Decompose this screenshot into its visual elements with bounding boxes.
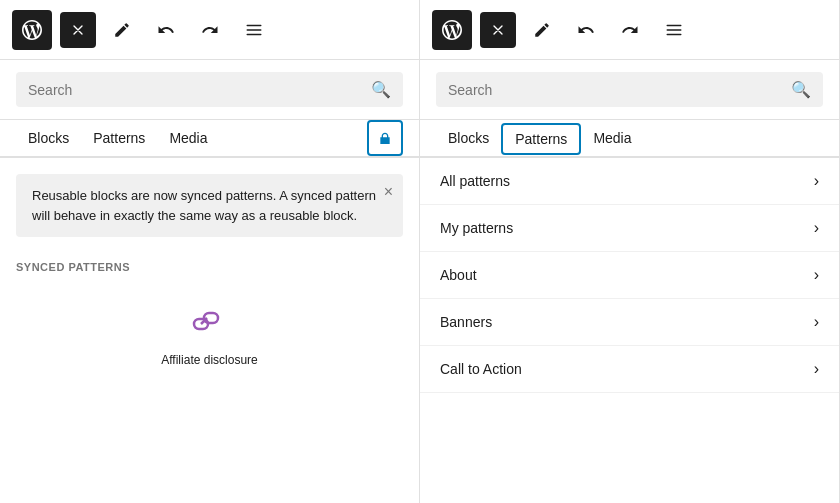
edit-icon-left[interactable] xyxy=(104,12,140,48)
tab-media-left[interactable]: Media xyxy=(157,120,219,158)
reusable-blocks-tab-left[interactable] xyxy=(367,120,403,156)
left-content-area: Reusable blocks are now synced patterns.… xyxy=(0,158,419,503)
all-patterns-chevron: › xyxy=(814,172,819,190)
call-to-action-label: Call to Action xyxy=(440,361,522,377)
search-area-right: 🔍 xyxy=(420,60,839,120)
redo-icon-left[interactable] xyxy=(192,12,228,48)
notification-banner: Reusable blocks are now synced patterns.… xyxy=(16,174,403,237)
undo-icon-left[interactable] xyxy=(148,12,184,48)
tabs-right: Blocks Patterns Media xyxy=(420,120,839,158)
right-top-bar xyxy=(420,0,839,60)
notification-text: Reusable blocks are now synced patterns.… xyxy=(32,188,376,223)
search-box-right: 🔍 xyxy=(436,72,823,107)
left-panel: 🔍 Blocks Patterns Media Reusable blocks … xyxy=(0,0,420,503)
search-input-right[interactable] xyxy=(448,82,783,98)
search-icon-right: 🔍 xyxy=(791,80,811,99)
my-patterns-item[interactable]: My patterns › xyxy=(420,205,839,252)
search-input-left[interactable] xyxy=(28,82,363,98)
tab-patterns-right[interactable]: Patterns xyxy=(501,123,581,155)
about-item[interactable]: About › xyxy=(420,252,839,299)
search-icon-left: 🔍 xyxy=(371,80,391,99)
tools-icon-right[interactable] xyxy=(656,12,692,48)
synced-patterns-label: SYNCED PATTERNS xyxy=(0,253,419,281)
affiliate-disclosure-item[interactable]: Affiliate disclosure xyxy=(0,281,419,383)
tab-blocks-right[interactable]: Blocks xyxy=(436,120,501,158)
tabs-left: Blocks Patterns Media xyxy=(0,120,419,158)
right-content-area: All patterns › My patterns › About › Ban… xyxy=(420,158,839,503)
tab-patterns-left[interactable]: Patterns xyxy=(81,120,157,158)
notification-close-button[interactable]: × xyxy=(384,184,393,200)
banners-item[interactable]: Banners › xyxy=(420,299,839,346)
tools-icon-left[interactable] xyxy=(236,12,272,48)
my-patterns-chevron: › xyxy=(814,219,819,237)
my-patterns-label: My patterns xyxy=(440,220,513,236)
left-top-bar xyxy=(0,0,419,60)
about-label: About xyxy=(440,267,477,283)
about-chevron: › xyxy=(814,266,819,284)
redo-icon-right[interactable] xyxy=(612,12,648,48)
right-panel: 🔍 Blocks Patterns Media All patterns › M… xyxy=(420,0,840,503)
all-patterns-label: All patterns xyxy=(440,173,510,189)
undo-icon-right[interactable] xyxy=(568,12,604,48)
wp-logo-left xyxy=(12,10,52,50)
banners-label: Banners xyxy=(440,314,492,330)
all-patterns-item[interactable]: All patterns › xyxy=(420,158,839,205)
search-box-left: 🔍 xyxy=(16,72,403,107)
close-button-left[interactable] xyxy=(60,12,96,48)
call-to-action-chevron: › xyxy=(814,360,819,378)
banners-chevron: › xyxy=(814,313,819,331)
tab-media-right[interactable]: Media xyxy=(581,120,643,158)
search-area-left: 🔍 xyxy=(0,60,419,120)
close-button-right[interactable] xyxy=(480,12,516,48)
edit-icon-right[interactable] xyxy=(524,12,560,48)
tab-blocks-left[interactable]: Blocks xyxy=(16,120,81,158)
call-to-action-item[interactable]: Call to Action › xyxy=(420,346,839,393)
wp-logo-right xyxy=(432,10,472,50)
affiliate-disclosure-icon xyxy=(186,297,234,345)
affiliate-disclosure-label: Affiliate disclosure xyxy=(161,353,258,367)
